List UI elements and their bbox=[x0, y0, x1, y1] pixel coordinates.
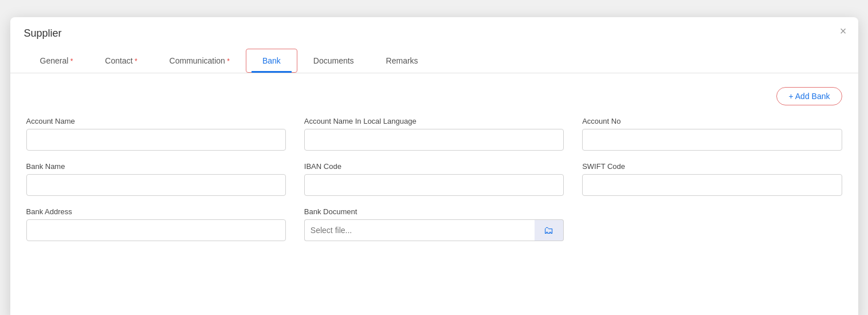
add-bank-container: + Add Bank bbox=[26, 87, 842, 105]
account-no-label: Account No bbox=[582, 117, 842, 125]
modal-body: + Add Bank Account Name Account Name In … bbox=[10, 73, 858, 255]
tab-bar: General * Contact * Communication * Bank… bbox=[10, 49, 858, 73]
close-button[interactable]: × bbox=[840, 25, 847, 37]
bank-form: Account Name Account Name In Local Langu… bbox=[26, 117, 842, 241]
account-name-local-field: Account Name In Local Language bbox=[304, 117, 564, 151]
folder-icon: 🗂 bbox=[544, 225, 554, 237]
modal-overlay: Supplier × General * Contact * Communica… bbox=[10, 11, 858, 315]
bank-address-field: Bank Address bbox=[26, 207, 286, 241]
tab-communication[interactable]: Communication * bbox=[154, 49, 246, 73]
iban-code-field: IBAN Code bbox=[304, 162, 564, 196]
tab-remarks[interactable]: Remarks bbox=[370, 49, 434, 73]
bank-name-input[interactable] bbox=[26, 174, 286, 196]
modal-header: Supplier × bbox=[10, 17, 858, 40]
account-name-field: Account Name bbox=[26, 117, 286, 151]
bank-name-label: Bank Name bbox=[26, 162, 286, 171]
bank-document-label: Bank Document bbox=[304, 207, 564, 216]
swift-code-label: SWIFT Code bbox=[582, 162, 842, 171]
account-name-input[interactable] bbox=[26, 129, 286, 151]
swift-code-input[interactable] bbox=[582, 174, 842, 196]
bank-address-label: Bank Address bbox=[26, 207, 286, 216]
account-name-local-label: Account Name In Local Language bbox=[304, 117, 564, 125]
bank-document-field: Bank Document 🗂 bbox=[304, 207, 564, 241]
account-no-field: Account No bbox=[582, 117, 842, 151]
iban-code-label: IBAN Code bbox=[304, 162, 564, 171]
tab-general[interactable]: General * bbox=[24, 49, 89, 73]
file-browse-button[interactable]: 🗂 bbox=[535, 219, 564, 241]
swift-code-field: SWIFT Code bbox=[582, 162, 842, 196]
add-bank-button[interactable]: + Add Bank bbox=[776, 87, 842, 105]
modal-title: Supplier bbox=[24, 27, 845, 40]
supplier-modal: Supplier × General * Contact * Communica… bbox=[10, 17, 858, 315]
tab-contact[interactable]: Contact * bbox=[89, 49, 153, 73]
bank-name-field: Bank Name bbox=[26, 162, 286, 196]
account-name-local-input[interactable] bbox=[304, 129, 564, 151]
file-input-group: 🗂 bbox=[304, 219, 564, 241]
tab-documents[interactable]: Documents bbox=[297, 49, 370, 73]
tab-bank[interactable]: Bank bbox=[246, 49, 297, 73]
iban-code-input[interactable] bbox=[304, 174, 564, 196]
file-select-input[interactable] bbox=[304, 219, 535, 241]
account-name-label: Account Name bbox=[26, 117, 286, 125]
account-no-input[interactable] bbox=[582, 129, 842, 151]
bank-address-input[interactable] bbox=[26, 219, 286, 241]
